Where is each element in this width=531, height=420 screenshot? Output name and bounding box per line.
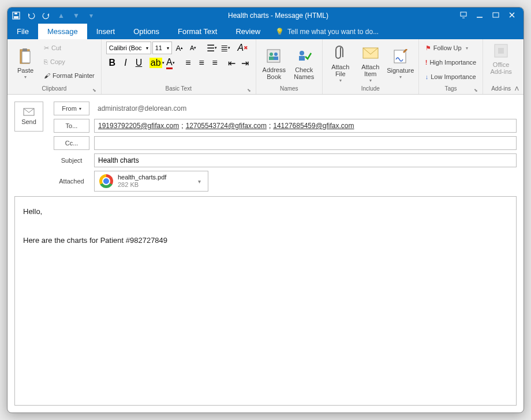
paintbrush-icon: 🖌 <box>44 72 50 79</box>
highlight-icon[interactable]: ab▾ <box>151 57 163 69</box>
svg-point-12 <box>270 52 273 56</box>
group-basic-text: Calibri (Boc▾ 11▾ A▴ A▾ ☰▾ ≣▾ A✖ B I U a… <box>102 39 256 94</box>
attach-item-button[interactable]: Attach Item▾ <box>357 42 384 85</box>
font-size-select[interactable]: 11▾ <box>152 42 172 54</box>
group-names: Address Book Check Names Names <box>256 39 323 94</box>
low-importance-button[interactable]: ↓Low Importance <box>424 70 478 83</box>
svg-rect-1 <box>14 16 18 18</box>
tell-me-search[interactable]: 💡 Tell me what you want to do... <box>270 24 384 39</box>
underline-icon[interactable]: U <box>133 57 145 69</box>
tags-launcher-icon[interactable]: ⬊ <box>474 88 478 93</box>
maximize-icon[interactable] <box>492 12 500 20</box>
minimize-icon[interactable] <box>476 12 484 20</box>
flag-icon: ⚑ <box>425 44 431 52</box>
follow-up-button[interactable]: ⚑Follow Up▾ <box>424 42 478 54</box>
bold-icon[interactable]: B <box>106 57 118 69</box>
save-icon[interactable] <box>11 10 21 21</box>
from-field[interactable]: administrator@delorean.com <box>94 102 517 115</box>
lightbulb-icon: 💡 <box>275 28 284 36</box>
collapse-ribbon-icon[interactable]: ᐱ <box>515 85 519 92</box>
subject-field[interactable]: Health charts <box>94 153 517 167</box>
envelope-icon <box>361 44 380 62</box>
tab-insert[interactable]: Insert <box>87 24 125 39</box>
attach-file-button[interactable]: Attach File▾ <box>327 42 354 85</box>
tab-review[interactable]: Review <box>226 24 270 39</box>
signature-button[interactable]: Signature▾ <box>387 42 414 85</box>
check-names-button[interactable]: Check Names <box>291 42 317 85</box>
to-recipient[interactable]: 19193792205@gfifax.com <box>98 122 179 130</box>
qat-arrow-down-icon[interactable]: ▼ <box>71 10 81 21</box>
align-left-icon[interactable]: ≡ <box>182 57 195 69</box>
to-field[interactable]: 19193792205@gfifax.com; 12705543724@gfif… <box>94 119 517 133</box>
copy-button[interactable]: ⎘Copy <box>42 55 96 68</box>
cc-field[interactable] <box>94 136 517 150</box>
increase-indent-icon[interactable]: ⇥ <box>239 57 251 69</box>
down-arrow-icon: ↓ <box>425 73 429 80</box>
chevron-down-icon: ▾ <box>24 75 27 80</box>
cc-button[interactable]: Cc... <box>54 136 89 150</box>
svg-point-16 <box>300 51 304 55</box>
grow-font-icon[interactable]: A▴ <box>173 42 186 54</box>
svg-rect-21 <box>498 48 504 54</box>
ribbon: Paste ▾ ✂Cut ⎘Copy 🖌Format Painter Clipb… <box>8 39 523 95</box>
numbering-icon[interactable]: ≣▾ <box>219 42 232 54</box>
exclamation-icon: ! <box>425 59 428 66</box>
paperclip-icon <box>331 44 350 62</box>
close-icon[interactable] <box>508 12 517 20</box>
window-controls <box>460 12 520 20</box>
shrink-font-icon[interactable]: A▾ <box>187 42 200 54</box>
redo-icon[interactable] <box>41 10 51 21</box>
group-addins: Office Add-ins Add-ins <box>483 39 519 94</box>
chrome-pdf-icon <box>99 174 113 188</box>
undo-icon[interactable] <box>26 10 36 21</box>
clear-format-icon[interactable]: A✖ <box>237 42 249 54</box>
copy-icon: ⎘ <box>44 58 48 65</box>
scissors-icon: ✂ <box>44 44 49 52</box>
font-color-icon[interactable]: A▾ <box>164 57 177 69</box>
svg-rect-10 <box>23 48 27 51</box>
send-icon <box>23 108 35 116</box>
bullets-icon[interactable]: ☰▾ <box>205 42 218 54</box>
high-importance-button[interactable]: !High Importance <box>424 56 478 69</box>
attachment-dropdown-icon[interactable]: ▾ <box>195 178 203 185</box>
align-center-icon[interactable]: ≡ <box>196 57 208 69</box>
qat-customize-icon[interactable]: ▾ <box>86 10 96 21</box>
qat-arrow-up-icon[interactable]: ▲ <box>56 10 66 21</box>
tab-format-text[interactable]: Format Text <box>169 24 226 39</box>
compose-area: Send From▾ administrator@delorean.com To… <box>8 95 523 412</box>
from-button[interactable]: From▾ <box>54 102 89 115</box>
svg-rect-14 <box>269 57 274 60</box>
tab-file[interactable]: File <box>8 24 38 39</box>
align-right-icon[interactable]: ≡ <box>209 57 221 69</box>
to-recipient[interactable]: 12705543724@gfifax.com <box>186 122 267 130</box>
attachment-chip[interactable]: health_charts.pdf 282 KB ▾ <box>94 171 208 192</box>
signature-icon <box>391 47 410 66</box>
format-painter-button[interactable]: 🖌Format Painter <box>42 69 96 82</box>
to-recipient[interactable]: 14127685459@gfifax.com <box>273 122 354 130</box>
window-title: Health charts - Message (HTML) <box>96 12 460 20</box>
svg-rect-9 <box>22 51 30 63</box>
tab-message[interactable]: Message <box>38 24 87 39</box>
group-tags: ⚑Follow Up▾ !High Importance ↓Low Import… <box>419 39 483 94</box>
svg-rect-3 <box>461 12 466 16</box>
compose-window: ▲ ▼ ▾ Health charts - Message (HTML) Fil… <box>7 7 524 413</box>
svg-rect-15 <box>274 57 278 60</box>
title-bar: ▲ ▼ ▾ Health charts - Message (HTML) <box>8 7 523 24</box>
to-button[interactable]: To... <box>54 119 89 133</box>
send-button[interactable]: Send <box>14 102 43 132</box>
basictext-launcher-icon[interactable]: ⬊ <box>247 88 251 93</box>
font-select[interactable]: Calibri (Boc▾ <box>106 42 151 54</box>
italic-icon[interactable]: I <box>119 57 132 69</box>
paste-button[interactable]: Paste ▾ <box>12 42 39 85</box>
tab-options[interactable]: Options <box>124 24 169 39</box>
office-addins-button[interactable]: Office Add-ins <box>488 42 514 75</box>
cut-button[interactable]: ✂Cut <box>42 42 96 54</box>
address-book-icon <box>265 47 283 65</box>
ribbon-options-icon[interactable] <box>460 12 468 20</box>
svg-rect-17 <box>299 56 305 61</box>
clipboard-launcher-icon[interactable]: ⬊ <box>92 88 96 93</box>
message-body[interactable]: Hello, Here are the charts for Patient #… <box>14 196 517 406</box>
address-book-button[interactable]: Address Book <box>261 42 287 85</box>
svg-rect-2 <box>14 13 17 14</box>
decrease-indent-icon[interactable]: ⇤ <box>226 57 238 69</box>
